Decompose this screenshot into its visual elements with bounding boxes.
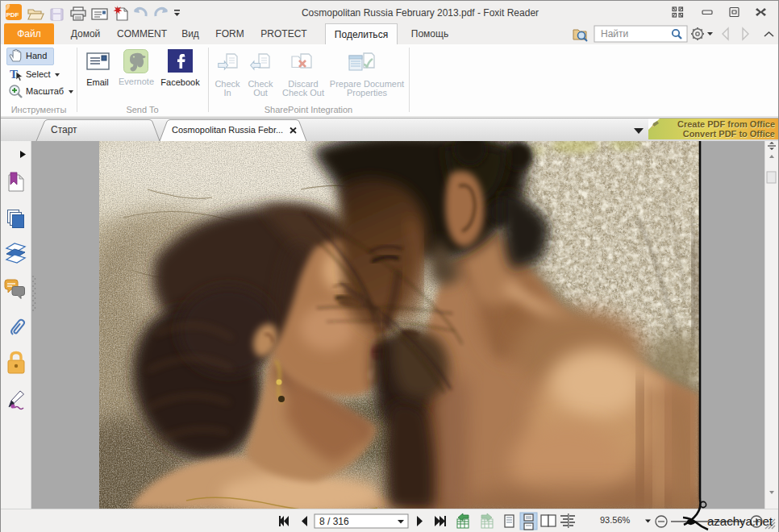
svg-text:azachya.net: azachya.net <box>707 514 773 528</box>
